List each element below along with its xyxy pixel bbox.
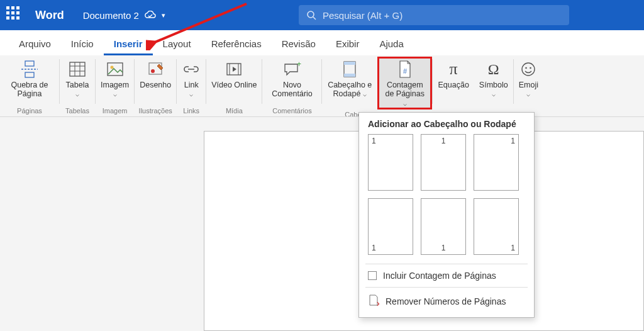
svg-line-1 [313, 17, 316, 20]
svg-point-11 [110, 66, 113, 69]
chevron-down-icon: ⌵ [403, 100, 407, 107]
image-icon [106, 59, 124, 79]
page-count-button[interactable]: # Contagem de Páginas ⌵ [377, 57, 433, 109]
cloud-saved-icon [144, 11, 157, 20]
link-button[interactable]: Link⌵ [177, 57, 206, 106]
group-cabecalho-rodape: Cabeçalho e Rodapé ⌵ # Contagem de Págin… [322, 55, 432, 116]
svg-point-23 [522, 63, 535, 76]
chevron-down-icon: ⌵ [189, 91, 193, 98]
svg-text:+: + [297, 62, 301, 69]
chevron-down-icon: ⌵ [75, 91, 79, 98]
app-name: Word [35, 9, 64, 22]
chevron-down-icon: ⌵ [526, 91, 530, 98]
emoji-icon [520, 59, 536, 79]
remove-page-number-icon: ✕ [368, 294, 379, 308]
page-number-top-left[interactable]: 1 [368, 134, 413, 191]
document-name[interactable]: Documento 2 [83, 10, 139, 21]
tab-inserir[interactable]: Inserir [104, 33, 153, 55]
page-number-bottom-center[interactable]: 1 [421, 198, 466, 255]
tab-revisao[interactable]: Revisão [272, 33, 326, 55]
chevron-down-icon[interactable]: ▾ [162, 11, 165, 20]
header-footer-button[interactable]: Cabeçalho e Rodapé ⌵ [322, 57, 377, 109]
svg-rect-3 [25, 72, 34, 77]
drawing-button[interactable]: Desenho [135, 57, 176, 106]
svg-rect-2 [25, 61, 34, 66]
group-links: Link⌵ Links [177, 55, 206, 116]
video-icon [225, 59, 243, 79]
ribbon-tabs: Arquivo Início Inserir Layout Referência… [0, 30, 644, 55]
symbol-button[interactable]: Ω Símbolo⌵ [474, 57, 513, 106]
equation-icon: π [450, 59, 458, 79]
svg-rect-5 [70, 62, 85, 76]
new-comment-button[interactable]: + Novo Comentário [262, 57, 321, 106]
equation-button[interactable]: π Equação [433, 57, 474, 106]
svg-text:✕: ✕ [376, 300, 379, 306]
image-button[interactable]: Imagem⌵ [96, 57, 134, 106]
svg-point-0 [308, 11, 314, 18]
search-placeholder: Pesquisar (Alt + G) [323, 10, 402, 21]
search-icon [306, 10, 316, 20]
page-break-icon [20, 59, 39, 79]
page-number-dropdown: Adicionar ao Cabeçalho ou Rodapé 1 1 1 1… [358, 112, 535, 318]
svg-text:#: # [403, 67, 408, 75]
group-tabelas: Tabela⌵ Tabelas [60, 55, 95, 116]
online-video-button[interactable]: Vídeo Online [206, 57, 262, 106]
svg-marker-17 [233, 67, 236, 72]
page-break-button[interactable]: Quebra de Página [0, 57, 59, 106]
svg-rect-21 [344, 74, 355, 77]
page-number-top-center[interactable]: 1 [421, 134, 466, 191]
chevron-down-icon: ⌵ [363, 91, 367, 98]
group-imagem: Imagem⌵ Imagem [96, 55, 134, 116]
tab-arquivo[interactable]: Arquivo [9, 33, 61, 55]
header-footer-icon [341, 59, 358, 79]
dropdown-header: Adicionar ao Cabeçalho ou Rodapé [359, 119, 534, 134]
table-icon [69, 59, 86, 79]
tab-layout[interactable]: Layout [153, 33, 201, 55]
remove-page-numbers-option[interactable]: ✕ Remover Números de Páginas [359, 289, 534, 313]
table-button[interactable]: Tabela⌵ [60, 57, 95, 106]
svg-point-13 [151, 69, 155, 73]
link-icon [182, 59, 200, 79]
title-bar: Word Documento 2 ▾ Pesquisar (Alt + G) [0, 0, 644, 30]
chevron-down-icon: ⌵ [113, 91, 117, 98]
symbol-icon: Ω [488, 59, 499, 79]
group-simbolos: π Equação Ω Símbolo⌵ [433, 55, 513, 116]
search-box[interactable]: Pesquisar (Alt + G) [299, 5, 569, 25]
svg-point-25 [530, 67, 532, 69]
group-midia: Vídeo Online Mídia [206, 55, 262, 116]
comment-icon: + [282, 59, 301, 79]
document-area [0, 117, 644, 331]
chevron-down-icon: ⌵ [492, 91, 496, 98]
svg-point-24 [526, 67, 528, 69]
svg-rect-20 [344, 62, 355, 65]
drawing-icon [147, 59, 164, 79]
group-emoji: Emoji⌵ [514, 55, 543, 116]
group-ilustracoes: Desenho Ilustrações [135, 55, 176, 116]
tab-referencias[interactable]: Referências [201, 33, 272, 55]
group-paginas: Quebra de Página Páginas [0, 55, 59, 116]
page-number-icon: # [397, 59, 413, 79]
include-page-count-option[interactable]: Incluir Contagem de Páginas [359, 266, 534, 286]
emoji-button[interactable]: Emoji⌵ [514, 57, 543, 106]
checkbox-icon [368, 271, 377, 280]
group-comentarios: + Novo Comentário Comentários [262, 55, 321, 116]
ribbon: Quebra de Página Páginas Tabela⌵ Tabelas… [0, 55, 644, 117]
app-launcher-icon[interactable] [6, 6, 24, 24]
page-number-bottom-left[interactable]: 1 [368, 198, 413, 255]
page-number-top-right[interactable]: 1 [474, 134, 519, 191]
tab-ajuda[interactable]: Ajuda [369, 33, 413, 55]
tab-inicio[interactable]: Início [61, 33, 104, 55]
page-number-bottom-right[interactable]: 1 [474, 198, 519, 255]
tab-exibir[interactable]: Exibir [326, 33, 370, 55]
